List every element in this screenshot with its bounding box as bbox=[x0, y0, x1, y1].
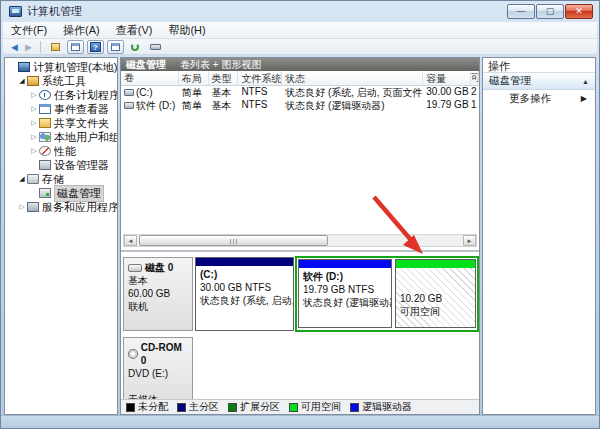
partition-d-color-bar bbox=[299, 260, 391, 268]
storage-icon bbox=[27, 174, 39, 184]
menu-view[interactable]: 查看(V) bbox=[108, 22, 161, 38]
disk-management-icon bbox=[39, 188, 51, 198]
cdrom-label[interactable]: CD-ROM 0 DVD (E:) 无媒体 bbox=[123, 337, 193, 407]
actions-panel: 操作 磁盘管理 ▲ 更多操作 ▶ bbox=[482, 57, 596, 415]
expander-collapsed-icon[interactable]: ▷ bbox=[29, 91, 39, 99]
disk-icon bbox=[150, 44, 161, 50]
free-space-partition[interactable]: 10.20 GB 可用空间 bbox=[395, 259, 476, 328]
column-free-clipped[interactable]: 可 bbox=[471, 71, 479, 85]
tree-item-local-users-groups[interactable]: ▷ 本地用户和组 bbox=[5, 130, 117, 144]
partition-d[interactable]: 软件 (D:) 19.79 GB NTFS 状态良好 (逻辑驱动器) bbox=[298, 259, 392, 328]
toolbar: ◄ ► ? bbox=[3, 39, 597, 55]
tree-item-device-manager[interactable]: 设备管理器 bbox=[5, 158, 117, 172]
event-viewer-icon bbox=[39, 104, 51, 114]
menu-file[interactable]: 文件(F) bbox=[3, 22, 55, 38]
window-title: 计算机管理 bbox=[27, 4, 82, 19]
expander-expanded-icon[interactable]: ◢ bbox=[17, 77, 27, 85]
console-tree-panel: 计算机管理(本地) ◢ 系统工具 ▷ 任务计划程序 ▷ 事件查看器 ▷ 共享文件… bbox=[4, 57, 118, 415]
column-capacity[interactable]: 容量 bbox=[423, 71, 471, 85]
tree-item-shared-folders[interactable]: ▷ 共享文件夹 bbox=[5, 116, 117, 130]
tree-item-system-tools[interactable]: ◢ 系统工具 bbox=[5, 74, 117, 88]
actions-title: 操作 bbox=[483, 58, 595, 73]
graphical-view: 磁盘 0 基本 60.00 GB 联机 (C:) 30.00 GB NTFS 状… bbox=[121, 250, 479, 414]
legend-logical-drive: 逻辑驱动器 bbox=[350, 400, 412, 414]
extended-partition-container: 软件 (D:) 19.79 GB NTFS 状态良好 (逻辑驱动器) 10.20… bbox=[295, 256, 479, 332]
users-icon bbox=[39, 132, 51, 142]
partition-c-color-bar bbox=[196, 258, 293, 266]
expander-collapsed-icon[interactable]: ▷ bbox=[29, 133, 39, 141]
column-filesystem[interactable]: 文件系统 bbox=[238, 71, 282, 85]
close-button[interactable]: ✕ bbox=[565, 4, 593, 19]
legend: 未分配 主分区 扩展分区 可用空间 逻辑驱动器 bbox=[121, 399, 479, 414]
window-icon bbox=[111, 43, 120, 51]
expander-expanded-icon[interactable]: ◢ bbox=[17, 175, 27, 183]
tree-item-performance[interactable]: ▷ 性能 bbox=[5, 144, 117, 158]
disk-tool-button[interactable] bbox=[147, 40, 164, 54]
more-actions-item[interactable]: 更多操作 ▶ bbox=[483, 90, 595, 107]
submenu-chevron-icon: ▶ bbox=[581, 94, 587, 103]
help-button[interactable]: ? bbox=[87, 40, 104, 54]
column-status[interactable]: 状态 bbox=[282, 71, 423, 85]
refresh-icon bbox=[131, 43, 139, 51]
menu-action[interactable]: 操作(A) bbox=[55, 22, 108, 38]
performance-icon bbox=[39, 146, 51, 156]
help-icon: ? bbox=[90, 42, 101, 52]
minimize-button[interactable]: — bbox=[507, 4, 535, 19]
expander-collapsed-icon[interactable]: ▷ bbox=[29, 119, 39, 127]
cd-rom-icon bbox=[128, 349, 138, 359]
scroll-right-button[interactable]: ► bbox=[463, 235, 476, 246]
disk0-label[interactable]: 磁盘 0 基本 60.00 GB 联机 bbox=[123, 257, 193, 331]
hard-disk-icon bbox=[128, 264, 142, 272]
maximize-button[interactable]: ▢ bbox=[536, 4, 564, 19]
legend-swatch bbox=[228, 403, 237, 412]
legend-free-space: 可用空间 bbox=[289, 400, 341, 414]
column-layout[interactable]: 布局 bbox=[179, 71, 209, 85]
volume-icon bbox=[124, 102, 134, 109]
free-space-color-bar bbox=[396, 260, 475, 268]
disk-management-main-panel: 磁盘管理 卷列表 + 图形视图 卷 布局 类型 文件系统 状态 容量 可 (C:… bbox=[120, 57, 480, 415]
legend-swatch bbox=[126, 403, 135, 412]
actions-section-disk-management[interactable]: 磁盘管理 ▲ bbox=[483, 73, 595, 90]
panel-header: 磁盘管理 卷列表 + 图形视图 bbox=[121, 58, 479, 71]
show-tree-button[interactable] bbox=[47, 40, 64, 54]
menu-help[interactable]: 帮助(H) bbox=[160, 22, 213, 38]
scrollbar-track[interactable] bbox=[137, 235, 463, 246]
legend-swatch bbox=[350, 403, 359, 412]
legend-extended-partition: 扩展分区 bbox=[228, 400, 280, 414]
legend-unallocated: 未分配 bbox=[126, 400, 168, 414]
panel-title: 磁盘管理 bbox=[126, 58, 166, 72]
console-window-button-2[interactable] bbox=[107, 40, 124, 54]
forward-arrow-icon[interactable]: ► bbox=[23, 40, 34, 54]
expander-collapsed-icon[interactable]: ▷ bbox=[17, 203, 27, 211]
device-manager-icon bbox=[39, 160, 51, 170]
partition-c[interactable]: (C:) 30.00 GB NTFS 状态良好 (系统, 启动, 页面文 bbox=[195, 257, 294, 331]
scrollbar-thumb[interactable] bbox=[139, 235, 328, 246]
column-type[interactable]: 类型 bbox=[209, 71, 239, 85]
expander-collapsed-icon[interactable]: ▷ bbox=[29, 147, 39, 155]
console-window-button[interactable] bbox=[67, 40, 84, 54]
shared-folder-icon bbox=[39, 118, 51, 128]
tree-item-computer-management[interactable]: 计算机管理(本地) bbox=[5, 60, 117, 74]
volume-row-c[interactable]: (C:) 简单 基本 NTFS 状态良好 (系统, 启动, 页面文件, 活动, … bbox=[121, 86, 479, 99]
legend-swatch bbox=[177, 403, 186, 412]
window-icon bbox=[71, 43, 80, 51]
system-tools-icon bbox=[27, 76, 39, 86]
services-icon bbox=[27, 202, 39, 212]
volume-row-d[interactable]: 软件 (D:) 简单 基本 NTFS 状态良好 (逻辑驱动器) 19.79 GB… bbox=[121, 99, 479, 112]
legend-swatch bbox=[289, 403, 298, 412]
tree-item-task-scheduler[interactable]: ▷ 任务计划程序 bbox=[5, 88, 117, 102]
panel-subtitle: 卷列表 + 图形视图 bbox=[180, 58, 261, 72]
tree-item-event-viewer[interactable]: ▷ 事件查看器 bbox=[5, 102, 117, 116]
tree-item-disk-management[interactable]: 磁盘管理 bbox=[5, 186, 117, 200]
horizontal-scrollbar[interactable]: ◄ ► bbox=[123, 234, 477, 247]
volume-icon bbox=[124, 89, 134, 96]
folder-icon bbox=[51, 43, 60, 51]
tree-item-services-applications[interactable]: ▷ 服务和应用程序 bbox=[5, 200, 117, 214]
collapse-chevron-icon[interactable]: ▲ bbox=[582, 78, 589, 85]
back-arrow-icon[interactable]: ◄ bbox=[9, 40, 20, 54]
refresh-button[interactable] bbox=[127, 40, 144, 54]
expander-collapsed-icon[interactable]: ▷ bbox=[29, 105, 39, 113]
scroll-left-button[interactable]: ◄ bbox=[124, 235, 137, 246]
app-icon bbox=[9, 6, 22, 17]
column-volume[interactable]: 卷 bbox=[121, 71, 179, 85]
